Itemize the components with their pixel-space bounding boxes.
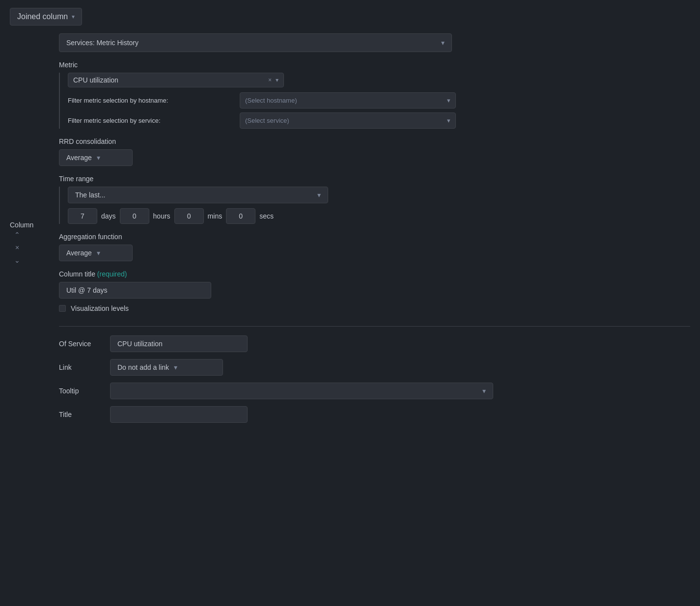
rrd-section-label: RRD consolidation: [59, 138, 690, 145]
rrd-dropdown[interactable]: Average ▾: [59, 149, 133, 166]
joined-column-arrow-icon: ▾: [72, 13, 75, 20]
days-label: days: [101, 212, 116, 220]
link-label: Link: [59, 363, 103, 371]
content-area: ⌃ × ⌄ Column Services: Metric History ▾ …: [10, 33, 690, 430]
link-value: Do not add a link: [117, 363, 169, 371]
services-label: Services: Metric History: [66, 39, 139, 47]
aggregation-dropdown[interactable]: Average ▾: [59, 245, 133, 261]
move-up-button[interactable]: ⌃: [13, 230, 21, 240]
column-label: Column: [10, 221, 33, 229]
tooltip-dropdown[interactable]: ▾: [110, 383, 493, 399]
aggregation-value: Average: [66, 249, 92, 257]
filter-hostname-row: Filter metric selection by hostname: (Se…: [68, 92, 690, 109]
column-title-section: Column title (required): [59, 270, 690, 299]
filter-service-label: Filter metric selection by service:: [68, 117, 235, 124]
title-row: Title: [59, 406, 690, 423]
secs-input[interactable]: [226, 208, 255, 224]
metric-clear-icon[interactable]: ×: [268, 77, 272, 83]
hours-label: hours: [153, 212, 170, 220]
tooltip-arrow-icon: ▾: [482, 387, 486, 395]
filter-hostname-dropdown[interactable]: (Select hostname) ▾: [240, 92, 456, 109]
mins-label: mins: [208, 212, 223, 220]
tooltip-label: Tooltip: [59, 387, 103, 395]
move-down-button[interactable]: ⌄: [13, 255, 21, 265]
right-panel: Services: Metric History ▾ Metric CPU ut…: [59, 33, 690, 430]
secs-label: secs: [259, 212, 274, 220]
joined-column-label: Joined column: [17, 12, 68, 21]
aggregation-arrow-icon: ▾: [97, 249, 100, 257]
visualization-levels-row: Visualization levels: [59, 304, 690, 312]
title-input[interactable]: [110, 406, 248, 423]
metric-value: CPU utilization: [73, 76, 264, 84]
time-range-block: The last... ▾ days hours mins secs: [59, 187, 690, 224]
aggregation-section: Aggregation function Average ▾: [59, 233, 690, 261]
of-service-row: Of Service: [59, 335, 690, 352]
column-title-required: (required): [97, 270, 127, 278]
filter-hostname-placeholder: (Select hostname): [245, 97, 297, 104]
bottom-section: Of Service Link Do not add a link ▾ Tool…: [59, 326, 690, 423]
time-inputs-row: days hours mins secs: [68, 208, 690, 224]
services-arrow-icon: ▾: [441, 39, 445, 47]
visualization-levels-label: Visualization levels: [71, 304, 129, 312]
time-range-section-label: Time range: [59, 175, 690, 183]
days-input[interactable]: [68, 208, 97, 224]
filter-hostname-arrow-icon: ▾: [447, 97, 450, 104]
link-dropdown[interactable]: Do not add a link ▾: [110, 359, 223, 376]
filter-service-dropdown[interactable]: (Select service) ▾: [240, 112, 456, 129]
joined-column-button[interactable]: Joined column ▾: [10, 8, 82, 26]
rrd-section: RRD consolidation Average ▾: [59, 138, 690, 166]
rrd-value: Average: [66, 154, 92, 162]
filter-service-arrow-icon: ▾: [447, 117, 450, 124]
filter-service-placeholder: (Select service): [245, 117, 289, 124]
column-title-input[interactable]: [59, 282, 211, 299]
sidebar-controls: ⌃ × ⌄: [10, 33, 25, 430]
tooltip-row: Tooltip ▾: [59, 383, 690, 399]
link-row: Link Do not add a link ▾: [59, 359, 690, 376]
rrd-arrow-icon: ▾: [97, 154, 100, 162]
link-arrow-icon: ▾: [174, 363, 177, 371]
of-service-label: Of Service: [59, 340, 103, 348]
metric-input-row[interactable]: CPU utilization × ▾: [68, 73, 284, 87]
metric-section-label: Metric: [59, 61, 690, 69]
metric-dropdown-arrow-icon[interactable]: ▾: [276, 77, 279, 83]
filter-service-row: Filter metric selection by service: (Sel…: [68, 112, 690, 129]
visualization-levels-checkbox[interactable]: [59, 305, 66, 312]
filter-hostname-label: Filter metric selection by hostname:: [68, 97, 235, 104]
time-range-dropdown[interactable]: The last... ▾: [68, 187, 328, 203]
metric-section: Metric CPU utilization × ▾ Filter metric…: [59, 61, 690, 129]
of-service-input[interactable]: [110, 335, 248, 352]
time-range-arrow-icon: ▾: [317, 191, 321, 199]
time-range-value: The last...: [75, 191, 105, 199]
main-container: Joined column ▾ ⌃ × ⌄ Column Services: M…: [0, 0, 700, 438]
title-label: Title: [59, 411, 103, 418]
column-title-label: Column title (required): [59, 270, 690, 278]
metric-filter-block: CPU utilization × ▾ Filter metric select…: [59, 73, 690, 129]
aggregation-section-label: Aggregation function: [59, 233, 690, 241]
hours-input[interactable]: [120, 208, 149, 224]
close-button[interactable]: ×: [14, 243, 20, 252]
services-dropdown[interactable]: Services: Metric History ▾: [59, 33, 452, 52]
mins-input[interactable]: [174, 208, 204, 224]
time-range-section: Time range The last... ▾ days hours mins: [59, 175, 690, 224]
